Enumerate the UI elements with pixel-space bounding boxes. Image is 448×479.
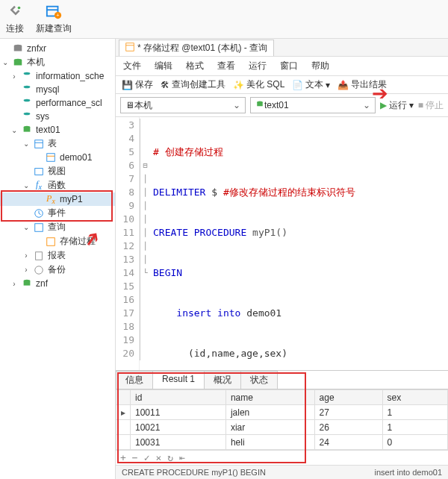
tree-db[interactable]: ›information_sche <box>0 69 115 83</box>
result-tabs: 信息 Result 1 概况 状态 <box>116 371 448 389</box>
event-icon <box>33 207 45 219</box>
grid-toolbar: + − ✓ × ↻ ⇤ <box>116 450 448 465</box>
connect-button[interactable]: 连接 <box>6 3 24 35</box>
app-toolbar: 连接 + 新建查询 <box>0 0 448 39</box>
tree-queries[interactable]: ⌄查询 <box>0 220 115 234</box>
tree-function-myP1[interactable]: PxmyP1 <box>0 192 115 206</box>
builder-icon: 🛠 <box>161 80 169 90</box>
add-row-button[interactable]: + <box>120 452 126 463</box>
tree-db[interactable]: performance_scl <box>0 96 115 110</box>
status-bar: CREATE PROCEDURE myP1() BEGIN insert int… <box>116 465 448 479</box>
menu-bar: 文件 编辑 格式 查看 运行 窗口 帮助 <box>116 57 448 76</box>
svg-point-9 <box>24 72 31 75</box>
doc-icon: 📄 <box>292 80 303 90</box>
query-builder-button[interactable]: 🛠查询创建工具 <box>161 78 225 91</box>
svg-rect-14 <box>24 128 31 132</box>
table-row[interactable]: 10021xiar261 <box>116 420 448 435</box>
col-header[interactable]: age <box>314 390 382 405</box>
col-header[interactable]: sex <box>382 390 447 405</box>
first-page-button[interactable]: ⇤ <box>179 452 185 463</box>
connect-label: 连接 <box>6 22 24 35</box>
db-icon <box>21 110 33 122</box>
svg-rect-21 <box>35 223 43 231</box>
status-left: CREATE PROCEDURE myP1() BEGIN <box>122 468 266 477</box>
tree-host[interactable]: ⌄本机 <box>0 55 115 69</box>
new-query-label: 新建查询 <box>36 22 72 35</box>
tree-db[interactable]: mysql <box>0 83 115 96</box>
svg-rect-23 <box>36 251 43 260</box>
svg-rect-19 <box>35 168 43 175</box>
stop-button[interactable]: ■停止 <box>418 99 444 112</box>
col-header[interactable]: id <box>131 390 226 405</box>
database-selector-row: 🖥 本机 ⌄ text01 ⌄ ▶运行▾ ■停止 <box>116 94 448 117</box>
db-icon <box>21 70 33 82</box>
tree-db-text01[interactable]: ⌄text01 <box>0 123 115 137</box>
svg-rect-22 <box>47 237 55 245</box>
commit-button[interactable]: ✓ <box>144 452 150 463</box>
function-icon: Px <box>45 193 57 205</box>
svg-point-0 <box>18 7 21 10</box>
status-right: insert into demo01 <box>375 468 443 477</box>
tab-info[interactable]: 信息 <box>116 371 153 389</box>
editor-tab[interactable]: * 存储过程 @text01 (本机) - 查询 <box>119 40 274 56</box>
tree-tables[interactable]: ⌄表 <box>0 137 115 151</box>
svg-rect-17 <box>47 154 55 162</box>
beautify-button[interactable]: ✨美化 SQL <box>233 78 284 91</box>
tree-functions[interactable]: ⌄fx函数 <box>0 178 115 192</box>
menu-view[interactable]: 查看 <box>217 60 235 72</box>
tree-backup[interactable]: ›备份 <box>0 263 115 277</box>
stop-icon: ■ <box>418 100 423 110</box>
view-icon <box>33 166 45 178</box>
menu-file[interactable]: 文件 <box>123 60 141 72</box>
menu-help[interactable]: 帮助 <box>311 60 329 72</box>
tree-table-demo01[interactable]: demo01 <box>0 151 115 164</box>
function-icon: fx <box>33 180 45 192</box>
svg-rect-26 <box>24 281 31 286</box>
connection-tree: znfxr ⌄本机 ›information_sche mysql perfor… <box>0 39 116 479</box>
new-query-button[interactable]: + 新建查询 <box>36 3 72 35</box>
chevron-down-icon: ▾ <box>409 100 414 110</box>
tree-db[interactable]: sys <box>0 110 115 123</box>
code-editor[interactable]: 34567891011121314151617181920 ⊟│││││││└ … <box>116 117 448 370</box>
tab-result1[interactable]: Result 1 <box>152 371 205 389</box>
table-icon <box>45 151 57 163</box>
table-row[interactable]: 10031heli240 <box>116 435 448 450</box>
code-area[interactable]: # 创建存储过程 DELIMITER $ #修改存储过程的结束标识符号 CREA… <box>150 117 360 370</box>
svg-rect-30 <box>257 102 263 106</box>
tree-db-znf[interactable]: ›znf <box>0 277 115 290</box>
tab-profile[interactable]: 概况 <box>204 371 241 389</box>
tree-query-stored[interactable]: 存储过程 <box>0 234 115 248</box>
refresh-button[interactable]: ↻ <box>167 452 173 463</box>
menu-window[interactable]: 窗口 <box>280 60 298 72</box>
backup-icon <box>33 264 45 276</box>
col-header[interactable]: name <box>225 390 314 405</box>
menu-edit[interactable]: 编辑 <box>155 60 172 72</box>
run-button[interactable]: ▶运行▾ <box>380 99 414 112</box>
tree-events[interactable]: 事件 <box>0 206 115 220</box>
tab-title: * 存储过程 @text01 (本机) - 查询 <box>137 42 267 54</box>
text-button[interactable]: 📄文本▾ <box>292 78 330 91</box>
tree-views[interactable]: 视图 <box>0 164 115 178</box>
delete-row-button[interactable]: − <box>132 452 138 463</box>
plug-icon <box>6 3 24 21</box>
save-button[interactable]: 💾保存 <box>122 78 153 91</box>
save-icon: 💾 <box>122 80 133 90</box>
tree-connection[interactable]: znfxr <box>0 42 115 55</box>
menu-run[interactable]: 运行 <box>249 60 267 72</box>
cancel-button[interactable]: × <box>155 452 161 463</box>
tree-reports[interactable]: ›报表 <box>0 248 115 263</box>
db-icon <box>21 84 33 96</box>
wand-icon: ✨ <box>233 80 244 90</box>
menu-format[interactable]: 格式 <box>186 60 204 72</box>
table-icon <box>125 43 134 54</box>
svg-point-11 <box>24 99 31 102</box>
host-icon: 🖥 <box>125 100 134 110</box>
chevron-down-icon: ⌄ <box>233 100 240 110</box>
database-select[interactable]: text01 ⌄ <box>250 97 376 113</box>
result-grid[interactable]: id name age sex ▸10011jalen271 10021xiar… <box>116 389 448 450</box>
tab-status[interactable]: 状态 <box>240 371 278 389</box>
host-select[interactable]: 🖥 本机 ⌄ <box>120 97 246 113</box>
export-button[interactable]: 📤导出结果 <box>337 78 387 91</box>
table-row[interactable]: ▸10011jalen271 <box>116 405 448 420</box>
svg-rect-27 <box>126 43 134 51</box>
